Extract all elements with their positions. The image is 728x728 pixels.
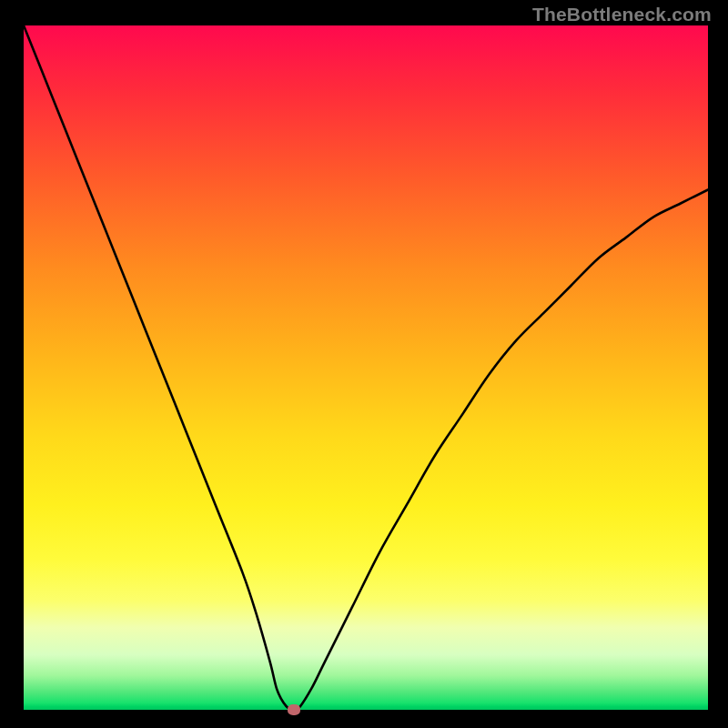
bottleneck-curve <box>24 25 708 710</box>
plot-area <box>24 25 708 710</box>
optimal-point-marker <box>288 704 300 715</box>
watermark-text: TheBottleneck.com <box>532 4 712 25</box>
chart-svg <box>24 25 708 710</box>
chart-frame: TheBottleneck.com <box>0 0 728 728</box>
